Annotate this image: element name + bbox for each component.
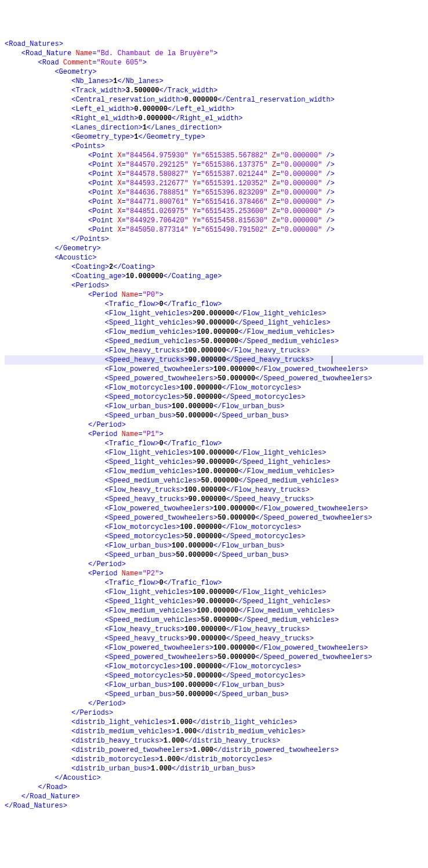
code-line[interactable]: <Points> — [5, 142, 423, 151]
code-line[interactable]: <Point X="844593.212677" Y="6515391.1203… — [5, 179, 423, 188]
code-line[interactable]: <Speed_urban_bus>50.000000</Speed_urban_… — [5, 690, 423, 699]
code-line[interactable]: <Speed_powered_twowheelers>50.000000</Sp… — [5, 513, 423, 523]
code-line[interactable]: <Flow_heavy_trucks>100.000000</Flow_heav… — [5, 346, 423, 355]
code-line[interactable]: <distrib_light_vehicles>1.000</distrib_l… — [5, 718, 423, 727]
code-line[interactable]: <Flow_urban_bus>100.000000</Flow_urban_b… — [5, 402, 423, 411]
code-line[interactable]: <Flow_heavy_trucks>100.000000</Flow_heav… — [5, 485, 423, 495]
code-line[interactable]: <Flow_motorcycles>100.000000</Flow_motor… — [5, 662, 423, 671]
code-line[interactable]: <Point X="844636.788851" Y="6515396.8232… — [5, 188, 423, 197]
code-line[interactable]: <Flow_heavy_trucks>100.000000</Flow_heav… — [5, 625, 423, 634]
code-line[interactable]: <Speed_motorcycles>50.000000</Speed_moto… — [5, 532, 423, 541]
code-line[interactable]: <Point X="844578.580827" Y="6515387.0212… — [5, 170, 423, 179]
code-line[interactable]: <Flow_light_vehicles>200.000000</Flow_li… — [5, 309, 423, 318]
code-line[interactable]: <Flow_motorcycles>100.000000</Flow_motor… — [5, 523, 423, 532]
code-line[interactable]: <Track_width>3.500000</Track_width> — [5, 86, 423, 95]
code-line[interactable]: <Speed_heavy_trucks>90.000000</Speed_hea… — [5, 495, 423, 504]
code-line[interactable]: <Coating>2</Coating> — [5, 262, 423, 272]
code-line[interactable]: <Flow_urban_bus>100.000000</Flow_urban_b… — [5, 541, 423, 550]
code-line[interactable]: <Point X="844851.026975" Y="6515435.2536… — [5, 207, 423, 216]
code-line[interactable]: <Period Name="P0"> — [5, 290, 423, 300]
code-line[interactable]: <Point X="844564.975930" Y="6515385.5678… — [5, 151, 423, 160]
code-line[interactable]: <distrib_medium_vehicles>1.000</distrib_… — [5, 727, 423, 736]
code-line[interactable]: <Point X="844570.292125" Y="6515386.1373… — [5, 160, 423, 170]
code-line[interactable]: <Trafic_flow>0</Trafic_flow> — [5, 439, 423, 448]
code-line[interactable]: <Geometry> — [5, 67, 423, 77]
code-line[interactable]: <Period Name="P2"> — [5, 569, 423, 578]
code-line[interactable]: </Geometry> — [5, 244, 423, 253]
code-line[interactable]: <Trafic_flow>0</Trafic_flow> — [5, 300, 423, 309]
code-line[interactable]: <Acoustic> — [5, 253, 423, 262]
code-line[interactable]: <Speed_heavy_trucks>90.000000</Speed_hea… — [5, 355, 423, 365]
code-line[interactable]: <Point X="844929.706420" Y="6515458.8156… — [5, 216, 423, 225]
code-line[interactable]: <Speed_urban_bus>50.000000</Speed_urban_… — [5, 411, 423, 420]
code-line[interactable]: <Flow_light_vehicles>100.000000</Flow_li… — [5, 588, 423, 597]
code-line[interactable]: <Right_el_width>0.000000</Right_el_width… — [5, 114, 423, 123]
code-line[interactable]: <Trafic_flow>0</Trafic_flow> — [5, 578, 423, 588]
xml-code-view[interactable]: <Road_Natures> <Road_Nature Name="Bd. Ch… — [5, 39, 423, 811]
code-line[interactable]: <Flow_powered_twowheelers>100.000000</Fl… — [5, 365, 423, 374]
code-line[interactable]: </Period> — [5, 560, 423, 569]
code-line[interactable]: <Road Comment="Route 605"> — [5, 58, 423, 67]
code-line[interactable]: <Flow_light_vehicles>100.000000</Flow_li… — [5, 448, 423, 458]
code-line[interactable]: <Coating_age>10.000000</Coating_age> — [5, 272, 423, 281]
code-line[interactable]: <Flow_medium_vehicles>100.000000</Flow_m… — [5, 327, 423, 337]
code-line[interactable]: <Flow_medium_vehicles>100.000000</Flow_m… — [5, 606, 423, 615]
code-line[interactable]: <Point X="844771.800761" Y="6515416.3784… — [5, 197, 423, 207]
code-line[interactable]: <distrib_powered_twowheelers>1.000</dist… — [5, 745, 423, 755]
code-line[interactable]: <distrib_heavy_trucks>1.000</distrib_hea… — [5, 736, 423, 745]
code-line[interactable]: <Speed_light_vehicles>90.000000</Speed_l… — [5, 458, 423, 467]
code-line[interactable]: <Geometry_type>1</Geometry_type> — [5, 132, 423, 142]
code-line[interactable]: <Point X="845050.877314" Y="6515490.7915… — [5, 225, 423, 235]
code-line[interactable]: <Periods> — [5, 281, 423, 290]
code-line[interactable]: </Acoustic> — [5, 773, 423, 783]
code-line[interactable]: </Periods> — [5, 708, 423, 718]
code-line[interactable]: <Flow_urban_bus>100.000000</Flow_urban_b… — [5, 680, 423, 690]
code-line[interactable]: <Flow_medium_vehicles>100.000000</Flow_m… — [5, 467, 423, 476]
code-line[interactable]: <Flow_powered_twowheelers>100.000000</Fl… — [5, 504, 423, 513]
code-line[interactable]: <Speed_heavy_trucks>90.000000</Speed_hea… — [5, 634, 423, 643]
code-line[interactable]: <Speed_powered_twowheelers>50.000000</Sp… — [5, 653, 423, 662]
code-line[interactable]: <Nb_lanes>1</Nb_lanes> — [5, 77, 423, 86]
code-line[interactable]: </Period> — [5, 420, 423, 430]
code-line[interactable]: <Speed_light_vehicles>90.000000</Speed_l… — [5, 597, 423, 606]
code-line[interactable]: <Speed_powered_twowheelers>50.000000</Sp… — [5, 374, 423, 383]
code-line[interactable]: <Central_reservation_width>0.000000</Cen… — [5, 95, 423, 105]
code-line[interactable]: <distrib_motorcycles>1.000</distrib_moto… — [5, 755, 423, 764]
code-line[interactable]: <Road_Nature Name="Bd. Chambaut de la Br… — [5, 49, 423, 58]
code-line[interactable]: <Flow_motorcycles>100.000000</Flow_motor… — [5, 383, 423, 392]
code-line[interactable]: <Speed_medium_vehicles>50.000000</Speed_… — [5, 337, 423, 346]
code-line[interactable]: <distrib_urban_bus>1.000</distrib_urban_… — [5, 764, 423, 773]
code-line[interactable]: </Period> — [5, 699, 423, 708]
code-line[interactable]: </Road> — [5, 783, 423, 792]
code-line[interactable]: <Road_Natures> — [5, 39, 423, 49]
code-line[interactable]: <Speed_motorcycles>50.000000</Speed_moto… — [5, 392, 423, 402]
code-line[interactable]: <Speed_urban_bus>50.000000</Speed_urban_… — [5, 550, 423, 560]
code-line[interactable]: <Period Name="P1"> — [5, 430, 423, 439]
code-line[interactable]: <Left_el_width>0.000000</Left_el_width> — [5, 105, 423, 114]
code-line[interactable]: <Speed_medium_vehicles>50.000000</Speed_… — [5, 615, 423, 625]
code-line[interactable]: </Points> — [5, 235, 423, 244]
code-line[interactable]: <Flow_powered_twowheelers>100.000000</Fl… — [5, 643, 423, 653]
code-line[interactable]: </Road_Nature> — [5, 792, 423, 801]
code-line[interactable]: <Lanes_direction>1</Lanes_direction> — [5, 123, 423, 132]
code-line[interactable]: </Road_Natures> — [5, 801, 423, 811]
code-line[interactable]: <Speed_medium_vehicles>50.000000</Speed_… — [5, 476, 423, 485]
code-line[interactable]: <Speed_light_vehicles>90.000000</Speed_l… — [5, 318, 423, 327]
code-line[interactable]: <Speed_motorcycles>50.000000</Speed_moto… — [5, 671, 423, 680]
